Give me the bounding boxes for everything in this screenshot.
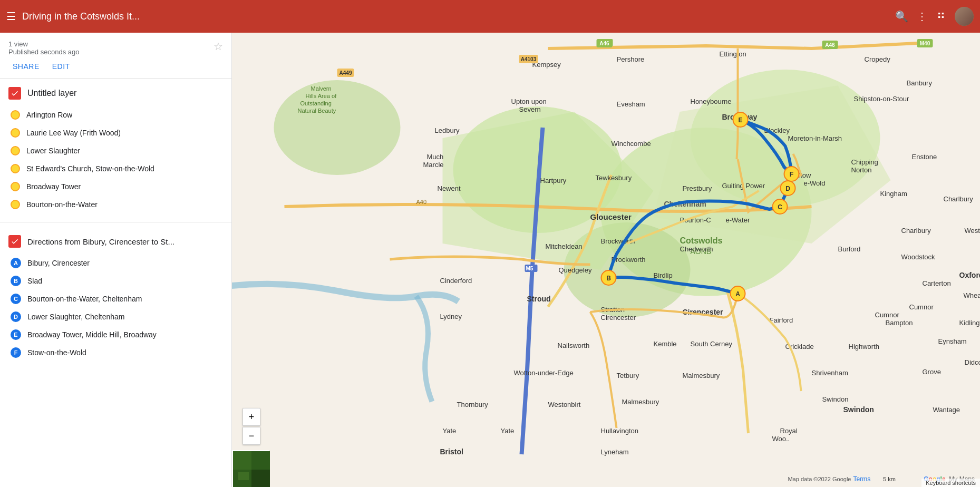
directions-section: Directions from Bibury, Cirencester to S… xyxy=(0,227,231,366)
svg-text:A449: A449 xyxy=(339,70,352,76)
svg-text:Malmesbury: Malmesbury xyxy=(683,372,720,379)
svg-text:A46: A46 xyxy=(825,42,835,48)
list-item[interactable]: Laurie Lee Way (Frith Wood) xyxy=(11,124,223,142)
keyboard-shortcuts: Keyboard shortcuts xyxy=(921,479,980,487)
svg-text:Much: Much xyxy=(427,153,444,161)
item-label: Bourton-on-the-Water, Cheltenham xyxy=(27,295,142,303)
svg-text:Severn: Severn xyxy=(519,105,541,113)
svg-text:A40: A40 xyxy=(416,199,427,205)
directions-header: Directions from Bibury, Cirencester to S… xyxy=(8,235,223,248)
svg-text:e-Water: e-Water xyxy=(726,216,750,224)
svg-text:Newent: Newent xyxy=(438,184,461,192)
list-item[interactable]: St Edward's Church, Stow-on-the-Wold xyxy=(11,160,223,178)
svg-text:Ledbury: Ledbury xyxy=(435,126,460,134)
map-branding: Map data ©2022 Google Terms 5 km xyxy=(788,475,896,483)
list-item[interactable]: D Lower Slaughter, Cheltenham xyxy=(11,308,223,326)
svg-text:Cropedy: Cropedy xyxy=(865,55,891,63)
svg-text:Highworth: Highworth xyxy=(849,343,880,350)
satellite-thumbnail[interactable] xyxy=(232,450,269,487)
svg-text:Malvern: Malvern xyxy=(311,85,332,92)
edit-button[interactable]: EDIT xyxy=(48,60,74,73)
list-item[interactable]: A Bibury, Cirencester xyxy=(11,254,223,272)
menu-icon[interactable]: ☰ xyxy=(6,10,16,23)
layer-title: Untitled layer xyxy=(27,89,76,98)
svg-text:Burford: Burford xyxy=(838,245,861,253)
svg-text:South Cerney: South Cerney xyxy=(691,340,733,348)
share-button[interactable]: SHARE xyxy=(8,60,44,73)
location-dot-icon xyxy=(11,164,20,173)
meta-actions: SHARE EDIT xyxy=(8,60,223,73)
svg-text:D: D xyxy=(785,185,790,192)
more-options-icon[interactable]: ⋮ xyxy=(917,10,927,23)
directions-items: A Bibury, Cirencester B Slad C Bourton-o… xyxy=(8,254,223,362)
svg-text:Natural Beauty: Natural Beauty xyxy=(298,108,336,114)
svg-text:Tewkesbury: Tewkesbury xyxy=(596,174,632,182)
svg-text:Lydney: Lydney xyxy=(440,313,462,320)
svg-text:Pershore: Pershore xyxy=(617,55,645,63)
svg-text:Birdlip: Birdlip xyxy=(654,271,673,279)
svg-text:Marcle: Marcle xyxy=(423,161,444,169)
svg-text:Ettington: Ettington xyxy=(720,50,746,58)
svg-text:Honeybourne: Honeybourne xyxy=(691,98,732,105)
svg-text:Swindon: Swindon xyxy=(843,405,874,414)
svg-text:Kingham: Kingham xyxy=(880,190,907,198)
svg-text:Shipston-on-Stour: Shipston-on-Stour xyxy=(854,95,909,103)
svg-text:F: F xyxy=(790,171,793,178)
svg-text:Wantage: Wantage xyxy=(933,406,960,414)
svg-text:Royal: Royal xyxy=(780,427,798,435)
svg-text:Upton upon: Upton upon xyxy=(511,98,547,105)
scale-text: 5 km xyxy=(883,476,896,482)
svg-text:Cumnor: Cumnor xyxy=(909,303,934,311)
apps-grid-icon[interactable] xyxy=(936,10,946,23)
route-badge-d: D xyxy=(11,311,21,322)
avatar[interactable] xyxy=(955,7,974,26)
svg-text:Cirencester: Cirencester xyxy=(601,314,636,322)
list-item[interactable]: E Broadway Tower, Middle Hill, Broadway xyxy=(11,326,223,344)
svg-text:Yate: Yate xyxy=(501,427,515,435)
zoom-out-button[interactable]: − xyxy=(242,427,260,445)
svg-text:E: E xyxy=(738,116,742,124)
list-item[interactable]: C Bourton-on-the-Water, Cheltenham xyxy=(11,290,223,308)
app-header: ☰ Driving in the Cotswolds It... 🔍 ⋮ xyxy=(0,0,980,33)
route-badge-b: B xyxy=(11,276,21,286)
route-badge-c: C xyxy=(11,294,21,304)
item-label: Slad xyxy=(27,277,42,285)
map-area[interactable]: Malvern Hills Area of Outstanding Natura… xyxy=(232,33,980,487)
list-item[interactable]: Arlington Row xyxy=(11,106,223,124)
svg-text:Wotton-under-Edge: Wotton-under-Edge xyxy=(514,369,574,377)
list-item[interactable]: Lower Slaughter xyxy=(11,142,223,160)
svg-text:Kemble: Kemble xyxy=(654,340,677,348)
list-item[interactable]: F Stow-on-the-Wold xyxy=(11,344,223,362)
svg-text:Woodstock: Woodstock xyxy=(901,253,936,261)
star-icon[interactable]: ☆ xyxy=(214,40,223,53)
svg-text:Brockworth: Brockworth xyxy=(601,237,635,245)
svg-text:Woo..: Woo.. xyxy=(772,435,790,443)
search-icon[interactable]: 🔍 xyxy=(895,10,908,23)
svg-text:Thornbury: Thornbury xyxy=(457,401,489,408)
zoom-in-button[interactable]: + xyxy=(242,408,260,426)
layer-checkbox[interactable] xyxy=(8,87,21,100)
list-item[interactable]: Bourton-on-the-Water xyxy=(11,196,223,213)
item-label: Arlington Row xyxy=(26,111,72,119)
svg-text:Charlbury: Charlbury xyxy=(944,195,974,203)
svg-text:Tetbury: Tetbury xyxy=(617,372,639,379)
list-item[interactable]: Broadway Tower xyxy=(11,178,223,196)
location-dot-icon xyxy=(11,182,20,191)
item-label: Laurie Lee Way (Frith Wood) xyxy=(26,129,121,137)
svg-text:M40: M40 xyxy=(920,41,930,46)
svg-text:Eynsham: Eynsham xyxy=(938,337,967,345)
svg-text:Wheatley: Wheatley xyxy=(964,291,981,299)
svg-text:Bampton: Bampton xyxy=(886,319,913,327)
avatar-image xyxy=(955,7,974,26)
terms-link[interactable]: Terms xyxy=(853,475,870,483)
section-divider xyxy=(0,222,231,222)
meta-section: 1 view Published seconds ago ☆ SHARE EDI… xyxy=(0,33,231,79)
main-content: 1 view Published seconds ago ☆ SHARE EDI… xyxy=(0,33,980,487)
list-item[interactable]: B Slad xyxy=(11,272,223,290)
location-dot-icon xyxy=(11,200,20,209)
svg-text:Norton: Norton xyxy=(851,166,872,174)
item-label: Broadway Tower xyxy=(26,182,81,191)
svg-text:Quedgeley: Quedgeley xyxy=(559,266,592,274)
directions-checkbox[interactable] xyxy=(8,235,21,248)
svg-text:Banbury: Banbury xyxy=(907,79,933,87)
